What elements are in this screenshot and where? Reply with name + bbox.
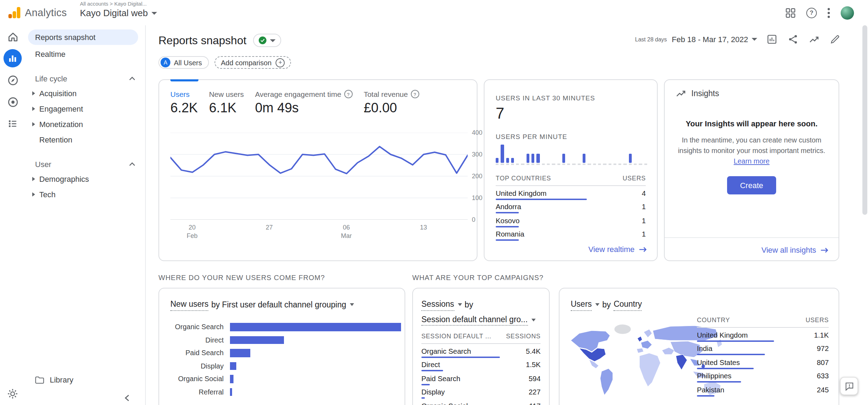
nav-item-acquisition[interactable]: Acquisition: [25, 86, 145, 101]
expand-caret-icon: [32, 91, 35, 95]
dimension-selector[interactable]: Session default channel gro...: [421, 313, 528, 326]
card-title: Sessions by Session default channel gro.…: [421, 298, 541, 326]
x-tick-label: 20Feb: [187, 224, 197, 240]
folder-icon: [35, 376, 44, 384]
section-heading-new-users: WHERE DO YOUR NEW USERS COME FROM?: [158, 274, 325, 281]
customize-report-icon[interactable]: [830, 34, 840, 44]
table-row: Organic Social 117: [421, 402, 541, 405]
breadcrumb: All accounts > Kayo Digital...: [80, 1, 157, 7]
chevron-down-icon[interactable]: [595, 303, 599, 306]
more-vert-icon[interactable]: [827, 7, 830, 18]
add-comparison-chip[interactable]: Add comparison +: [215, 56, 291, 69]
row-label: Organic Search: [421, 347, 471, 355]
product-name: Analytics: [25, 7, 67, 18]
collapse-nav-button[interactable]: [124, 394, 130, 401]
rail-item-explore[interactable]: [3, 70, 22, 90]
insights-card: Insights Your Insights will appear here …: [664, 79, 839, 261]
metric-tab-total-revenue[interactable]: Total revenue? £0.00: [364, 90, 419, 116]
row-label: Philippines: [697, 372, 732, 380]
view-realtime-link[interactable]: View realtime: [588, 245, 647, 253]
help-icon[interactable]: ?: [411, 90, 419, 98]
help-icon[interactable]: ?: [344, 90, 352, 98]
feedback-chat-icon: [845, 381, 854, 391]
comparison-chips: A All Users Add comparison +: [158, 56, 868, 69]
rail-item-advertising[interactable]: [3, 92, 22, 112]
rail-item-configure[interactable]: [3, 114, 22, 133]
expand-caret-icon: [32, 122, 35, 126]
nav-item-library[interactable]: Library: [25, 376, 73, 384]
row-bar: [496, 198, 587, 200]
country-table-header: COUNTRY USERS: [697, 317, 829, 328]
row-label: United Kingdom: [496, 189, 547, 197]
metric-tab-users[interactable]: Users 6.2K: [170, 90, 198, 116]
account-picker[interactable]: All accounts > Kayo Digital... Kayo Digi…: [80, 1, 157, 18]
nav-item-retention[interactable]: Retention: [25, 132, 145, 147]
insights-icon[interactable]: [809, 34, 819, 44]
nav-sections: Life cycle AcquisitionEngagementMonetiza…: [25, 72, 145, 202]
sessions-table: Organic Search 5.4K Direct 1.5K Paid Sea…: [421, 347, 541, 405]
row-value: 117: [529, 402, 541, 405]
channel-bar-chart: Organic Search Direct Paid Search Displa…: [170, 320, 393, 398]
nav-item-demographics[interactable]: Demographics: [25, 171, 145, 187]
apps-grid-icon[interactable]: [785, 7, 796, 18]
user-avatar[interactable]: [841, 6, 854, 19]
minute-bar: [557, 144, 560, 165]
minute-bar: [506, 144, 509, 165]
chevron-down-icon[interactable]: [457, 303, 462, 306]
nav-section-header[interactable]: User: [25, 157, 145, 171]
report-status-dropdown[interactable]: [253, 34, 282, 47]
table-row: Romania 1: [496, 230, 646, 241]
scrollbar-thumb[interactable]: [862, 25, 867, 215]
x-tick-label: 27: [266, 224, 273, 232]
row-label: Organic Social: [421, 402, 468, 405]
rail-item-home[interactable]: [3, 27, 22, 46]
date-range-picker[interactable]: Feb 18 - Mar 17, 2022: [672, 35, 757, 44]
dimension-selector[interactable]: Country: [613, 298, 642, 311]
date-preset-label: Last 28 days: [635, 36, 667, 42]
minute-bar: [531, 144, 535, 165]
metric-selector[interactable]: Users: [571, 298, 592, 311]
help-icon[interactable]: ?: [806, 7, 817, 18]
learn-more-link[interactable]: Learn more: [734, 157, 769, 165]
minute-bar: [603, 144, 606, 165]
realtime-card: USERS IN LAST 30 MINUTES 7 USERS PER MIN…: [484, 79, 658, 261]
chevron-down-icon[interactable]: [350, 303, 354, 306]
minute-bar: [562, 144, 565, 165]
bar-row-organic-social: Organic Social: [170, 372, 393, 385]
rail-item-admin[interactable]: [0, 388, 25, 399]
minute-bar: [537, 144, 540, 165]
metric-tab-average-engagement-time[interactable]: Average engagement time? 0m 49s: [255, 90, 352, 116]
collapse-section-icon[interactable]: [129, 162, 135, 166]
view-all-insights-link[interactable]: View all insights: [761, 246, 829, 254]
metric-tab-new-users[interactable]: New users 6.1K: [209, 90, 244, 116]
minute-bar: [613, 144, 617, 165]
rail-item-reports[interactable]: [4, 49, 22, 67]
metric-value: 0m 49s: [255, 100, 352, 116]
vertical-scrollbar[interactable]: [862, 0, 868, 405]
nav-section-header[interactable]: Life cycle: [25, 72, 145, 86]
row-value: 227: [529, 389, 541, 396]
minute-bar: [598, 144, 601, 165]
nav-item-monetization[interactable]: Monetization: [25, 117, 145, 132]
nav-item-engagement[interactable]: Engagement: [25, 101, 145, 117]
nav-item-tech[interactable]: Tech: [25, 187, 145, 202]
edit-comparisons-icon[interactable]: [767, 34, 777, 44]
row-bar: [421, 370, 443, 372]
row-bar: [421, 384, 430, 385]
row-label: Kosovo: [496, 217, 520, 224]
comparison-a-badge: A: [161, 58, 170, 67]
nav-item-label: Reports snapshot: [35, 33, 95, 41]
share-icon[interactable]: [788, 34, 798, 44]
chevron-down-icon[interactable]: [531, 318, 535, 321]
minute-bar: [567, 144, 570, 165]
metric-selector[interactable]: Sessions: [421, 298, 454, 311]
all-users-chip[interactable]: A All Users: [158, 56, 209, 69]
feedback-button[interactable]: [840, 377, 858, 395]
nav-item-reports-snapshot[interactable]: Reports snapshot: [28, 29, 138, 45]
collapse-section-icon[interactable]: [129, 77, 135, 81]
admin-gear-icon: [7, 388, 18, 399]
metric-selector[interactable]: New users: [170, 298, 209, 311]
nav-item-realtime[interactable]: Realtime: [25, 46, 145, 62]
create-insight-button[interactable]: Create: [727, 176, 776, 194]
top-countries-table: United Kingdom 4 Andorra 1 Kosovo 1 Roma…: [496, 189, 646, 241]
